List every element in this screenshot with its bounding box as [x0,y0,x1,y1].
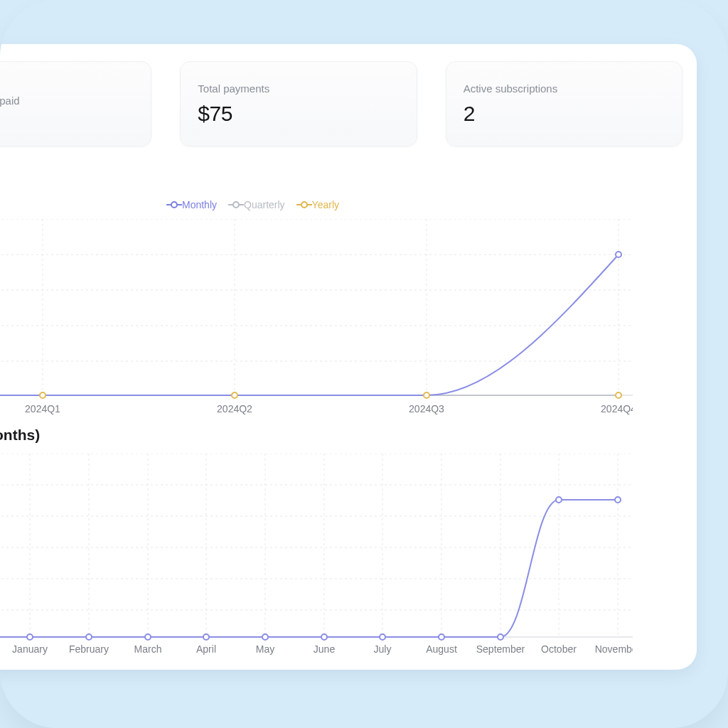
legend-label: Monthly [182,199,217,210]
card-active-subscriptions: Active subscriptions 2 [446,61,682,146]
svg-point-41 [145,634,151,640]
legend-item-monthly[interactable]: Monthly [171,199,217,210]
svg-text:October: October [541,643,577,655]
section-title-monthly: crued by months) [0,427,40,444]
svg-point-45 [380,634,385,640]
svg-text:August: August [426,643,457,655]
chart-legend: Monthly Quarterly Yearly [171,199,339,210]
svg-text:March: March [134,643,162,655]
svg-text:2024Q1: 2024Q1 [25,403,60,414]
series-monthly [0,500,618,637]
x-axis-labels: 2024Q1 2024Q2 2024Q3 2024Q4 [25,403,633,414]
dashboard-panel: Subscriptions paid Total payments $75 Ac… [0,44,697,670]
stat-cards-row: Subscriptions paid Total payments $75 Ac… [0,61,697,146]
svg-text:April: April [196,643,216,655]
svg-text:January: January [12,643,48,655]
svg-point-10 [40,392,46,398]
svg-text:2024Q2: 2024Q2 [217,403,252,414]
chart-monthly: December January February March April Ma… [0,454,633,660]
card-label: Total payments [198,82,399,95]
svg-text:July: July [374,643,392,655]
svg-text:February: February [69,643,109,655]
legend-item-quarterly[interactable]: Quarterly [232,199,285,210]
svg-point-44 [321,634,327,640]
legend-marker-yearly [301,201,308,208]
card-subscriptions-paid: Subscriptions paid [0,61,151,146]
data-points [0,497,621,640]
svg-text:May: May [256,643,274,655]
legend-item-yearly[interactable]: Yearly [301,199,339,210]
svg-point-48 [556,497,562,503]
chart-grid [0,454,633,637]
svg-point-49 [615,497,621,503]
svg-point-46 [439,634,444,640]
legend-marker-monthly [171,201,178,208]
svg-point-13 [616,392,621,398]
card-value: $75 [198,102,399,126]
chart-quarterly: 2024Q1 2024Q2 2024Q3 2024Q4 [0,219,633,418]
svg-text:2024Q3: 2024Q3 [409,403,444,414]
svg-point-40 [86,634,92,640]
data-points [40,252,621,398]
svg-point-11 [232,392,237,398]
x-axis-labels: December January February March April Ma… [0,643,633,655]
card-total-payments: Total payments $75 [180,61,417,146]
svg-text:2024Q4: 2024Q4 [601,403,633,414]
card-label: Active subscriptions [464,82,665,95]
screenshot-stage: Subscriptions paid Total payments $75 Ac… [0,0,728,728]
svg-text:June: June [314,643,336,655]
card-label: Subscriptions paid [0,95,134,107]
chart-grid [0,219,633,395]
svg-text:November: November [595,643,633,655]
rounded-frame: Subscriptions paid Total payments $75 Ac… [0,0,728,728]
legend-label: Quarterly [244,199,285,210]
svg-point-43 [262,634,268,640]
series-monthly [0,255,619,395]
legend-label: Yearly [312,199,339,210]
svg-point-12 [424,392,429,398]
card-value: 2 [464,102,665,126]
legend-marker-quarterly [232,201,240,208]
svg-point-47 [498,634,503,640]
svg-text:September: September [476,643,525,655]
svg-point-14 [616,252,621,257]
svg-point-42 [203,634,209,640]
svg-point-39 [27,634,33,640]
